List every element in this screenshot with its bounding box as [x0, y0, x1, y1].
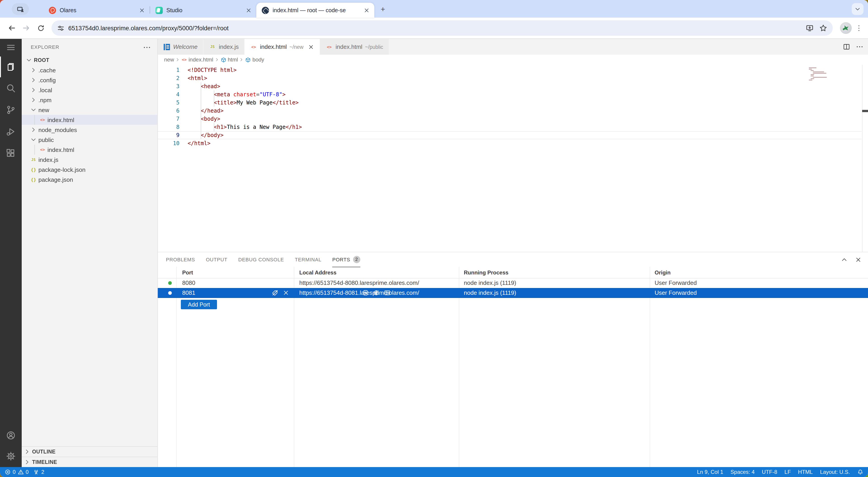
running-process: node index.js (1119)	[464, 278, 516, 288]
copy-address-icon[interactable]	[362, 289, 369, 296]
status-item-spaces-4[interactable]: Spaces: 4	[731, 469, 755, 475]
run-debug-icon[interactable]	[6, 127, 16, 137]
close-tab-icon[interactable]	[246, 7, 252, 13]
editor-tab-welcome[interactable]: Welcome	[158, 39, 204, 55]
code-line-7[interactable]: 7 <body>	[158, 115, 862, 123]
line-content: <h1>This is a New Page</h1>	[188, 124, 302, 130]
outline-section[interactable]: OUTLINE	[22, 446, 157, 457]
timeline-section[interactable]: TIMELINE	[22, 457, 157, 467]
open-in-browser-icon[interactable]	[373, 289, 380, 296]
editor-more-actions-icon[interactable]	[856, 43, 864, 51]
close-tab-icon[interactable]	[308, 43, 314, 50]
forwarded-ports-status[interactable]: 2	[33, 469, 44, 475]
explorer-item-new[interactable]: new	[22, 105, 157, 115]
code-line-5[interactable]: 5 <title>My Web Page</title>	[158, 98, 862, 107]
explorer-item-root[interactable]: ROOT	[22, 55, 157, 65]
minimap[interactable]	[809, 67, 859, 81]
breadcrumb-item-body[interactable]: body	[245, 57, 264, 63]
status-item-layout-u-s-[interactable]: Layout: U.S.	[820, 469, 850, 475]
port-row-8080[interactable]: 8080https://6513754d-8080.laresprime.ola…	[158, 278, 868, 288]
explorer-item--npm[interactable]: .npm	[22, 95, 157, 105]
status-bar: 0 0 2 Ln 9, Col 1Spaces: 4UTF-8LFHTMLLay…	[0, 467, 868, 477]
code-line-1[interactable]: 1<!DOCTYPE html>	[158, 66, 862, 74]
panel-tab-output[interactable]: OUTPUT	[206, 252, 227, 267]
source-control-icon[interactable]	[6, 105, 16, 115]
profile-avatar[interactable]	[840, 22, 852, 34]
code-line-4[interactable]: 4 <meta charset="UTF-8">	[158, 90, 862, 98]
breadcrumb-item-html[interactable]: html	[220, 57, 238, 63]
explorer-item-node-modules[interactable]: node_modules	[22, 125, 157, 135]
settings-gear-icon[interactable]	[6, 451, 16, 461]
code-line-8[interactable]: 8 <h1>This is a New Page</h1>	[158, 123, 862, 131]
reload-button[interactable]	[34, 22, 47, 34]
preview-in-editor-icon[interactable]	[384, 289, 391, 296]
forward-button[interactable]	[20, 22, 33, 34]
explorer-item-package-json[interactable]: {}package.json	[22, 175, 157, 184]
code-line-6[interactable]: 6 </head>	[158, 107, 862, 115]
code-editor[interactable]: 1<!DOCTYPE html>2<html>3 <head>4 <meta c…	[158, 65, 868, 252]
explorer-item--cache[interactable]: .cache	[22, 65, 157, 75]
breadcrumb-item-new[interactable]: new	[164, 57, 174, 63]
extensions-icon[interactable]	[6, 148, 16, 158]
explorer-item-package-lock-json[interactable]: {}package-lock.json	[22, 165, 157, 175]
tab-search-button[interactable]	[852, 3, 864, 15]
bookmark-star-icon[interactable]	[819, 24, 827, 32]
editor-tab-indexhtml-public[interactable]: <> index.html ~/public	[320, 39, 389, 55]
explorer-sidebar: EXPLORER ROOT.cache.config.local.npmnew<…	[22, 39, 158, 467]
address-bar[interactable]: 6513754d0.laresprime.olares.com/proxy/50…	[52, 20, 833, 36]
explorer-icon[interactable]	[6, 62, 16, 72]
status-item-ln-9-col-1[interactable]: Ln 9, Col 1	[697, 469, 723, 475]
browser-tab-olares[interactable]: Olares	[43, 3, 150, 18]
panel-tab-ports[interactable]: PORTS2	[332, 252, 360, 267]
panel-tab-problems[interactable]: PROBLEMS	[166, 252, 195, 267]
local-address[interactable]: https://6513754d-8081.laresprime.olares.…	[299, 288, 419, 298]
add-port-button[interactable]: Add Port	[181, 300, 217, 309]
search-icon[interactable]	[6, 83, 16, 93]
panel-tab-terminal[interactable]: TERMINAL	[295, 252, 321, 267]
maximize-panel-icon[interactable]	[841, 256, 848, 263]
editor-tab-indexjs[interactable]: JS index.js	[204, 39, 245, 55]
new-tab-button[interactable]: +	[377, 4, 389, 16]
problems-status[interactable]: 0 0	[4, 469, 29, 475]
section-label: OUTLINE	[32, 449, 56, 454]
explorer-item--local[interactable]: .local	[22, 85, 157, 95]
port-row-8081[interactable]: 8081https://6513754d-8081.laresprime.ola…	[158, 288, 868, 298]
status-item-html[interactable]: HTML	[798, 469, 813, 475]
json-file-icon: {}	[30, 177, 37, 182]
notifications-bell-icon[interactable]	[857, 469, 864, 475]
explorer-item-public[interactable]: public	[22, 135, 157, 145]
local-address[interactable]: https://6513754d-8080.laresprime.olares.…	[299, 278, 419, 288]
explorer-item-index-js[interactable]: JSindex.js	[22, 155, 157, 165]
explorer-item-index-html[interactable]: <>index.html	[22, 115, 157, 125]
status-item-utf-8[interactable]: UTF-8	[762, 469, 777, 475]
menu-icon[interactable]	[6, 42, 16, 53]
explorer-item-index-html[interactable]: <>index.html	[22, 145, 157, 155]
close-panel-icon[interactable]	[855, 256, 862, 263]
close-tab-icon[interactable]	[364, 7, 370, 13]
browser-tab-studio[interactable]: Studio	[150, 3, 256, 18]
code-line-3[interactable]: 3 <head>	[158, 82, 862, 90]
explorer-more-actions-icon[interactable]	[143, 43, 151, 52]
tab-overview-button[interactable]	[12, 3, 29, 15]
breadcrumb[interactable]: new<>index.htmlhtmlbody	[158, 55, 868, 65]
breadcrumb-item-index.html[interactable]: <>index.html	[181, 57, 213, 63]
code-line-2[interactable]: 2<html>	[158, 74, 862, 82]
tab-path-hint: ~/new	[289, 44, 304, 50]
close-tab-icon[interactable]	[139, 7, 145, 13]
install-app-icon[interactable]	[806, 24, 814, 32]
status-item-lf[interactable]: LF	[784, 469, 791, 475]
account-icon[interactable]	[6, 430, 16, 440]
back-button[interactable]	[5, 22, 18, 34]
explorer-item--config[interactable]: .config	[22, 75, 157, 85]
editor-tab-indexhtml-new[interactable]: <> index.html ~/new	[245, 39, 320, 55]
port-label-icon[interactable]	[272, 289, 278, 296]
code-line-9[interactable]: 9 </body>	[158, 131, 862, 139]
split-editor-icon[interactable]	[843, 43, 850, 51]
site-settings-icon[interactable]	[57, 24, 65, 32]
browser-tab-code-server[interactable]: index.html — root — code-se	[256, 3, 374, 18]
url-text[interactable]: 6513754d0.laresprime.olares.com/proxy/50…	[68, 25, 800, 31]
browser-menu-button[interactable]: ⋮	[855, 22, 864, 34]
stop-forward-icon[interactable]	[283, 289, 289, 296]
panel-tab-debug-console[interactable]: DEBUG CONSOLE	[238, 252, 284, 267]
code-line-10[interactable]: 10</html>	[158, 139, 862, 147]
